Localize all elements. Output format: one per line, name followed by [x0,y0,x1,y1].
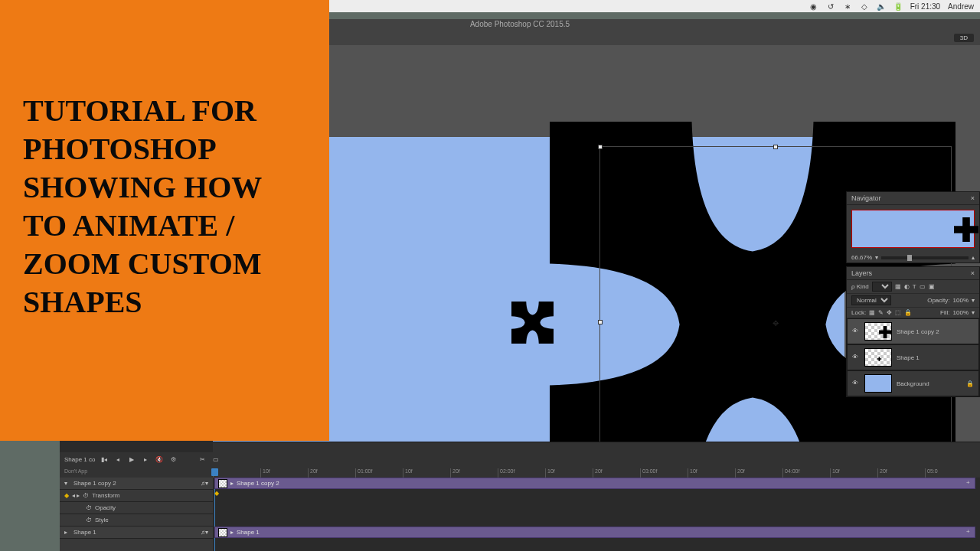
layer-name: Background [897,380,929,387]
bluetooth-icon[interactable]: ∗ [843,2,852,11]
mute-icon[interactable]: 🔇 [155,455,164,464]
opacity-label: Opacity: [927,297,949,304]
zoom-in-icon[interactable]: ▴ [972,254,975,261]
filter-kind[interactable]: ρ Kind [851,283,869,290]
lock-icon: 🔒 [966,380,974,387]
visibility-icon[interactable]: 👁 [852,354,860,361]
track-list: ▾Shape 1 copy 2♬▾ ◆◂ ▸⏱Transform ⏱Opacit… [60,478,213,551]
track-lanes[interactable]: ▸Shape 1 copy 2 ◆ ▸Shape 1 + + [213,478,980,551]
tutorial-title: TUTORIAL FOR PHOTOSHOP SHOWING HOW TO AN… [23,92,306,321]
layer-name: Shape 1 copy 2 [897,328,939,335]
add-track-icon[interactable]: + [966,479,975,488]
zoom-out-icon[interactable]: ▾ [875,254,878,261]
lock-all-icon[interactable]: 🔒 [904,309,912,316]
time-ruler[interactable]: 10f20f01:00f10f20f02:00f10f20f03:00f10f2… [213,468,972,478]
dont-apply[interactable]: Don't App [64,468,87,474]
opacity-value[interactable]: 100% [953,297,969,304]
layer-select[interactable]: Shape 1 co [64,456,95,463]
clip[interactable]: ▸Shape 1 copy 2 [214,478,975,489]
close-icon[interactable]: × [971,194,975,202]
lock-brush-icon[interactable]: ✎ [878,309,884,316]
battery-icon[interactable]: 🔋 [893,2,903,11]
next-frame-icon[interactable]: ▸ [141,455,150,464]
filter-adjust-icon[interactable]: ◐ [904,283,910,290]
clip[interactable]: ▸Shape 1 [214,527,975,538]
track-prop[interactable]: ◆◂ ▸⏱Transform [60,490,213,502]
close-icon[interactable]: × [971,269,975,277]
navigator-thumbnail[interactable] [851,210,975,248]
3d-badge[interactable]: 3D [954,34,974,42]
clock[interactable]: Fri 21:30 [910,2,940,11]
filter-pixel-icon[interactable]: ▦ [895,283,901,290]
spotlight-icon[interactable]: ◉ [809,2,818,11]
filter-shape-icon[interactable]: ▭ [920,283,926,290]
navigator-title: Navigator [851,194,881,202]
track-prop[interactable]: ⏱Style [60,514,213,527]
fill-value[interactable]: 100% [953,309,969,316]
keyframe-icon[interactable]: ◆ [214,490,219,497]
layer-name: Shape 1 [897,354,920,361]
transition-icon[interactable]: ▭ [211,455,220,464]
lock-label: Lock: [851,309,866,316]
track-prop[interactable]: ⏱Opacity [60,502,213,514]
layer-row[interactable]: 👁 Shape 1 copy 2 [847,318,979,344]
prev-frame-icon[interactable]: ◂ [113,455,122,464]
lock-move-icon[interactable]: ✥ [887,309,892,316]
lock-artboard-icon[interactable]: ⬚ [895,309,901,316]
blend-mode[interactable]: Normal [851,295,891,305]
first-frame-icon[interactable]: ▮◂ [100,455,109,464]
panel-stack: Navigator× 66.67% ▾ ▴ Layers× ρ Kind ▦ [846,191,980,397]
settings-icon[interactable]: ⚙ [168,455,178,464]
layers-panel: Layers× ρ Kind ▦ ◐ T ▭ ▣ Normal Opacity:… [846,266,980,397]
play-icon[interactable]: ▶ [127,455,136,464]
filter-dropdown[interactable] [872,282,892,292]
filter-type-icon[interactable]: T [913,283,916,290]
tutorial-title-card: TUTORIAL FOR PHOTOSHOP SHOWING HOW TO AN… [0,0,329,441]
volume-icon[interactable]: 🔈 [877,2,886,11]
filter-smart-icon[interactable]: ▣ [929,283,935,290]
track-header[interactable]: ▸Shape 1♬▾ [60,527,213,539]
layer-row[interactable]: 👁 Background 🔒 [847,370,979,396]
lock-pixels-icon[interactable]: ▦ [869,309,875,316]
navigator-panel: Navigator× 66.67% ▾ ▴ [846,191,980,263]
timeline-panel: X: 2413 px Timeline Shape 1 co ▮◂ ◂ ▶ ▸ … [60,442,980,551]
sync-icon[interactable]: ↺ [826,2,835,11]
zoom-slider[interactable] [881,256,969,259]
split-icon[interactable]: ✂ [198,455,207,464]
fill-label: Fill: [940,309,949,316]
zoom-value[interactable]: 66.67% [851,254,872,261]
visibility-icon[interactable]: 👁 [852,380,860,387]
add-track-icon[interactable]: + [966,528,975,537]
wifi-icon[interactable]: ◇ [860,2,869,11]
layers-title: Layers [851,269,872,277]
user-name[interactable]: Andrew [948,2,974,11]
visibility-icon[interactable]: 👁 [852,328,860,335]
track-header[interactable]: ▾Shape 1 copy 2♬▾ [60,478,213,490]
layer-row[interactable]: 👁 ✚ Shape 1 [847,344,979,370]
shape-small-cross[interactable] [511,302,554,344]
